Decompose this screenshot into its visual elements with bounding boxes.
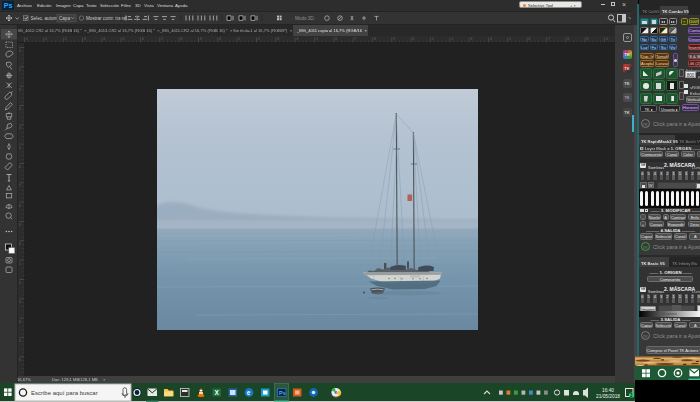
svg-text:e: e [247,389,251,396]
svg-text:Ps: Ps [279,390,286,396]
svg-text:X: X [215,389,220,396]
svg-text:16:40: 16:40 [602,388,614,393]
svg-text:21/05/2018: 21/05/2018 [596,394,620,399]
svg-text:Escribe aquí para buscar: Escribe aquí para buscar [31,390,98,396]
